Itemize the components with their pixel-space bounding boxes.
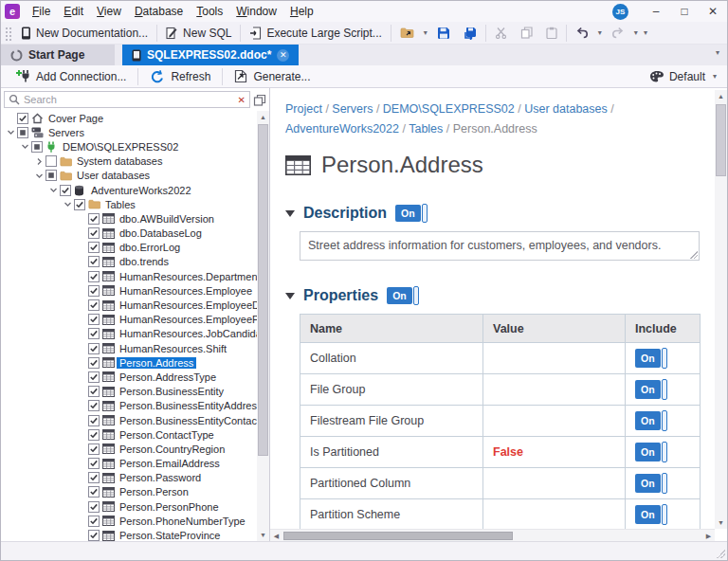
include-toggle[interactable]: On [635,349,667,368]
tree-item[interactable]: HumanResources.EmployeePayHistory [1,313,257,327]
maximize-button[interactable]: □ [670,2,699,21]
tree-item[interactable]: Cover Page [1,111,257,125]
collapse-all-icon[interactable] [253,94,266,106]
clear-search-icon[interactable]: ✕ [238,95,246,105]
tree-item[interactable]: AdventureWorks2022 [1,183,257,197]
tree-checkbox[interactable] [88,516,100,527]
tree-item[interactable]: Person.PersonPhone [1,499,257,514]
tree-item[interactable]: Person.Person [1,485,257,499]
tree-checkbox[interactable] [88,371,100,383]
tree-checkbox[interactable] [88,357,100,369]
tree-checkbox[interactable] [88,242,100,253]
resize-grip-icon[interactable] [690,251,698,259]
user-badge[interactable]: JS [612,4,628,20]
tree-checkbox[interactable] [88,343,100,354]
tree-item[interactable]: HumanResources.Shift [1,341,257,355]
tree-scrollbar-thumb[interactable] [258,124,268,456]
tree-expander-icon[interactable] [62,200,74,208]
scroll-right-icon[interactable]: ▶ [702,530,715,541]
menu-window[interactable]: Window [229,3,283,20]
tree-item[interactable]: Person.Address [1,355,257,370]
new-sql-button[interactable]: New SQL [159,23,238,44]
tree-checkbox[interactable] [88,530,100,541]
tree-checkbox[interactable] [88,400,100,411]
menu-tools[interactable]: Tools [190,3,229,20]
open-button[interactable] [393,23,421,44]
tree-checkbox[interactable] [74,199,85,210]
tree-checkbox[interactable] [88,486,100,498]
tree-item[interactable]: dbo.AWBuildVersion [1,211,257,226]
menu-database[interactable]: Database [128,3,190,20]
tree-checkbox[interactable] [46,170,57,181]
tree-checkbox[interactable] [88,386,100,397]
tree-item[interactable]: Person.EmailAddress [1,457,257,471]
menu-file[interactable]: File [26,3,57,20]
include-toggle[interactable]: On [635,505,667,524]
breadcrumb-link[interactable]: AdventureWorks2022 [285,122,399,136]
redo-button[interactable] [605,23,631,44]
tree-item[interactable]: Person.CountryRegion [1,442,257,456]
scroll-down-icon[interactable]: ▼ [715,516,727,529]
execute-large-script-button[interactable]: Execute Large Script... [243,23,388,44]
tab-start-page[interactable]: Start Page [1,45,115,65]
menu-view[interactable]: View [90,3,128,20]
tree-item[interactable]: Servers [1,125,257,139]
toolbar-grip[interactable] [4,26,11,41]
tree-item[interactable]: Person.BusinessEntityAddress [1,399,257,413]
refresh-button[interactable]: Refresh [140,66,220,87]
menu-help[interactable]: Help [283,3,320,20]
tree-checkbox[interactable] [17,113,28,124]
add-connection-button[interactable]: Add Connection... [5,66,136,87]
tree-item[interactable]: Person.ContactType [1,427,257,442]
tree-checkbox[interactable] [88,415,100,426]
main-scrollbar-horizontal[interactable]: ◀ ▶ [270,529,715,541]
tree-checkbox[interactable] [17,127,28,138]
paste-button[interactable] [539,23,564,44]
tree-checkbox[interactable] [46,155,57,167]
tree-item[interactable]: HumanResources.EmployeeDepartm... [1,298,257,312]
tree-checkbox[interactable] [88,328,100,339]
include-toggle[interactable]: On [635,474,667,493]
scroll-left-icon[interactable]: ◀ [270,530,282,541]
tree-checkbox[interactable] [88,271,100,282]
tree-item[interactable]: Person.Password [1,471,257,485]
toolbar-overflow-caret[interactable]: ▾ [641,28,650,37]
minimize-button[interactable]: – [642,2,670,21]
breadcrumb-link[interactable]: Tables [409,122,443,136]
tree-checkbox[interactable] [88,501,100,513]
new-documentation-button[interactable]: New Documentation... [14,23,155,44]
breadcrumb-link[interactable]: DEMO\SQLEXPRESS02 [383,102,515,116]
redo-dropdown-caret[interactable]: ▾ [631,28,641,37]
tree-item[interactable]: Person.AddressType [1,370,257,384]
tree-checkbox[interactable] [88,429,100,441]
tree-checkbox[interactable] [60,185,71,196]
main-scrollbar-vertical[interactable]: ▲ ▼ [715,90,727,529]
search-input[interactable]: Search ✕ [4,91,250,108]
open-dropdown-caret[interactable]: ▾ [421,28,430,37]
tree-checkbox[interactable] [88,443,100,455]
tree-item[interactable]: HumanResources.Department [1,269,257,283]
include-toggle[interactable]: On [635,443,667,461]
undo-dropdown-caret[interactable]: ▾ [595,28,605,37]
tree-checkbox[interactable] [88,213,100,225]
breadcrumb-link[interactable]: Servers [332,102,373,116]
copy-button[interactable] [514,23,539,44]
tree-expander-icon[interactable] [47,186,60,194]
tree-item[interactable]: HumanResources.JobCandidate [1,327,257,341]
breadcrumb-link[interactable]: Project [285,102,322,116]
collapse-triangle-icon[interactable] [285,293,295,299]
tree-checkbox[interactable] [31,141,43,153]
close-button[interactable]: ✕ [699,2,727,21]
tree-checkbox[interactable] [88,314,100,325]
window-resize-grip[interactable] [716,549,725,558]
description-section-header[interactable]: Description On [285,205,699,222]
theme-selector[interactable]: Default ▾ [649,70,719,83]
include-toggle[interactable]: On [635,411,667,430]
tree-checkbox[interactable] [88,458,100,469]
tree-expander-icon[interactable] [33,172,46,180]
tree-item[interactable]: dbo.DatabaseLog [1,226,257,241]
include-toggle[interactable]: On [635,380,667,399]
tree-item[interactable]: Tables [1,197,257,211]
tree-item[interactable]: HumanResources.Employee [1,283,257,298]
tree-checkbox[interactable] [88,256,100,267]
